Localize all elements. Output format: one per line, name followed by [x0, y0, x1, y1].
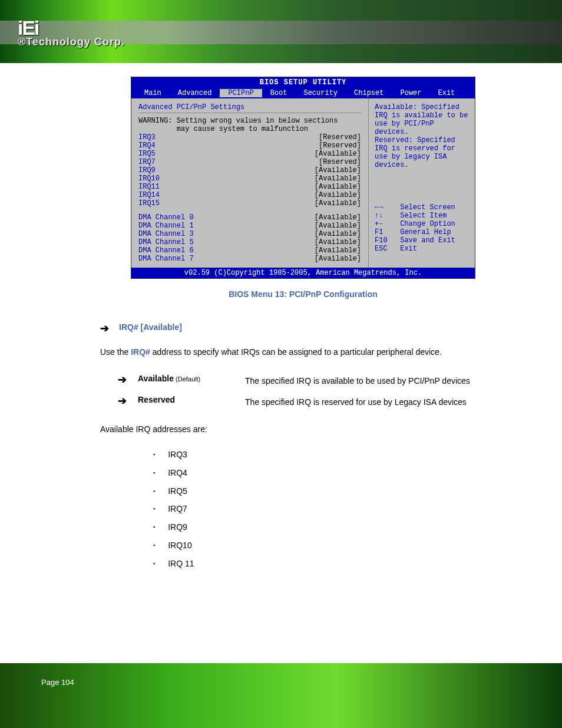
- brand-tagline: ®Technology Corp.: [18, 36, 125, 48]
- bios-setting-value: [Available]: [315, 238, 361, 246]
- bios-menu-bar: MainAdvancedPCIPnPBootSecurityChipsetPow…: [131, 88, 475, 98]
- available-heading: Available IRQ addresses are:: [100, 424, 506, 434]
- option-keyword: Available: [138, 374, 174, 383]
- bios-setting-value: [Available]: [315, 150, 361, 158]
- bios-setting-key: DMA Channel 0: [138, 213, 194, 222]
- bios-setting-value: [Reserved]: [319, 133, 361, 141]
- body-text-pre: Use the: [100, 347, 131, 357]
- irq-bullet-list: IRQ3IRQ4IRQ5IRQ7IRQ9IRQ10IRQ 11: [153, 446, 506, 573]
- bios-setting-row[interactable]: IRQ4[Reserved]: [138, 141, 361, 150]
- option-label: Available (Default): [138, 373, 238, 383]
- irq-list-item: IRQ3: [153, 446, 506, 464]
- bios-setting-key: IRQ3: [138, 133, 156, 141]
- option-description: The specified IRQ is reserved for use by…: [245, 394, 506, 410]
- irq-list-item: IRQ4: [153, 464, 506, 482]
- bios-setting-row[interactable]: DMA Channel 6[Available]: [138, 246, 361, 255]
- options-block: ➔Available (Default)The specified IRQ is…: [118, 373, 506, 410]
- bios-setting-value: [Available]: [315, 174, 361, 183]
- bios-setting-key: IRQ10: [138, 174, 160, 183]
- arrow-right-icon: ➔: [100, 322, 113, 335]
- irq-list-item: IRQ9: [153, 518, 506, 536]
- irq-list-item: IRQ10: [153, 536, 506, 555]
- brand-block: iEi ®Technology Corp.: [18, 17, 125, 48]
- bios-right-pane: Available: Specified IRQ is available to…: [369, 98, 475, 268]
- bios-key-hint: ↑↓ Select Item: [375, 212, 469, 220]
- bios-setting-key: IRQ9: [138, 166, 156, 174]
- arrow-right-icon: ➔: [118, 374, 131, 387]
- bios-setting-key: DMA Channel 1: [138, 222, 194, 230]
- option-default-tag: (Default): [174, 375, 200, 383]
- bios-setting-row[interactable]: IRQ14[Available]: [138, 191, 361, 199]
- bios-dma-rows: DMA Channel 0[Available]DMA Channel 1[Av…: [138, 213, 361, 263]
- bios-setting-row[interactable]: IRQ15[Available]: [138, 199, 361, 207]
- bios-setting-key: DMA Channel 7: [138, 255, 194, 263]
- bios-help-text: Available: Specified IRQ is available to…: [375, 103, 469, 197]
- bios-setting-row[interactable]: IRQ3[Reserved]: [138, 133, 361, 141]
- bios-warning-2: may cause system to malfunction: [138, 125, 361, 133]
- bios-setting-row[interactable]: DMA Channel 5[Available]: [138, 238, 361, 246]
- body-paragraph: Use the IRQ# address to specify what IRQ…: [100, 344, 506, 361]
- option-description: The specified IRQ is available to be use…: [245, 373, 506, 389]
- bios-key-hint: F10 Save and Exit: [375, 236, 469, 245]
- page-number: Page 104: [41, 678, 74, 687]
- option-row: ➔Available (Default)The specified IRQ is…: [118, 373, 506, 389]
- bios-divider: [138, 113, 361, 113]
- bios-menu-item[interactable]: Power: [392, 89, 429, 97]
- bios-setting-value: [Available]: [315, 230, 361, 238]
- bios-spacer: [138, 207, 361, 213]
- bios-key-hint: +- Change Option: [375, 220, 469, 228]
- bios-menu-item[interactable]: Chipset: [346, 89, 392, 97]
- bios-setting-row[interactable]: IRQ7[Reserved]: [138, 158, 361, 166]
- bios-body: Advanced PCI/PnP Settings WARNING: Setti…: [131, 98, 475, 268]
- bios-setting-value: [Available]: [315, 213, 361, 222]
- bios-irq-rows: IRQ3[Reserved]IRQ4[Reserved]IRQ5[Availab…: [138, 133, 361, 207]
- bios-key-hint: ←→ Select Screen: [375, 203, 469, 212]
- bios-setting-row[interactable]: DMA Channel 1[Available]: [138, 222, 361, 230]
- bios-key-hint: ESC Exit: [375, 245, 469, 253]
- bios-menu-item[interactable]: PCIPnP: [220, 89, 262, 97]
- bios-menu-item[interactable]: Main: [136, 89, 170, 97]
- bios-setting-value: [Available]: [315, 255, 361, 263]
- bios-setting-key: IRQ7: [138, 158, 156, 166]
- bios-footer: v02.59 (C)Copyright 1985-2005, American …: [131, 268, 475, 278]
- bios-setting-value: [Available]: [315, 191, 361, 199]
- bios-setting-row[interactable]: IRQ5[Available]: [138, 150, 361, 158]
- bios-setting-key: DMA Channel 5: [138, 238, 194, 246]
- bios-menu-item[interactable]: Boot: [262, 89, 296, 97]
- bios-setting-row[interactable]: DMA Channel 3[Available]: [138, 230, 361, 238]
- bios-setting-value: [Reserved]: [319, 158, 361, 166]
- page-content: BIOS SETUP UTILITY MainAdvancedPCIPnPBoo…: [0, 77, 562, 573]
- bios-setting-key: IRQ14: [138, 191, 160, 199]
- bios-menu-item[interactable]: Exit: [430, 89, 464, 97]
- option-label: Reserved: [138, 394, 238, 404]
- bios-warning-1: WARNING: Setting wrong values in below s…: [138, 117, 361, 125]
- section-heading-row: ➔ IRQ# [Available]: [100, 322, 506, 335]
- bios-menu-item[interactable]: Security: [295, 89, 346, 97]
- bios-setting-row[interactable]: IRQ9[Available]: [138, 166, 361, 174]
- footer-banner: [0, 663, 562, 728]
- bios-setting-value: [Available]: [315, 222, 361, 230]
- bios-title: BIOS SETUP UTILITY: [131, 77, 475, 88]
- bios-menu-item[interactable]: Advanced: [170, 89, 220, 97]
- header-banner: iEi ®Technology Corp.: [0, 0, 562, 68]
- option-keyword: Reserved: [138, 395, 175, 404]
- bios-setting-key: IRQ5: [138, 150, 156, 158]
- bios-setting-key: IRQ11: [138, 183, 160, 191]
- irq-list-item: IRQ 11: [153, 555, 506, 573]
- bios-setting-row[interactable]: IRQ10[Available]: [138, 174, 361, 183]
- figure-caption: BIOS Menu 13: PCI/PnP Configuration: [100, 289, 506, 299]
- bios-setting-key: DMA Channel 3: [138, 230, 194, 238]
- bios-setting-value: [Available]: [315, 183, 361, 191]
- brand-reg: ®: [18, 36, 26, 48]
- bios-setting-row[interactable]: DMA Channel 7[Available]: [138, 255, 361, 263]
- bios-setting-row[interactable]: IRQ11[Available]: [138, 183, 361, 191]
- brand-tagline-text: Technology Corp.: [26, 36, 125, 48]
- bios-setting-row[interactable]: DMA Channel 0[Available]: [138, 213, 361, 222]
- bios-setting-key: IRQ4: [138, 141, 156, 150]
- bios-key-legend: ←→ Select Screen↑↓ Select Item+- Change …: [375, 203, 469, 253]
- bios-setting-key: IRQ15: [138, 199, 160, 207]
- bios-section-title: Advanced PCI/PnP Settings: [138, 103, 361, 111]
- bios-setting-key: DMA Channel 6: [138, 246, 194, 255]
- option-row: ➔ReservedThe specified IRQ is reserved f…: [118, 394, 506, 410]
- bios-setting-value: [Available]: [315, 246, 361, 255]
